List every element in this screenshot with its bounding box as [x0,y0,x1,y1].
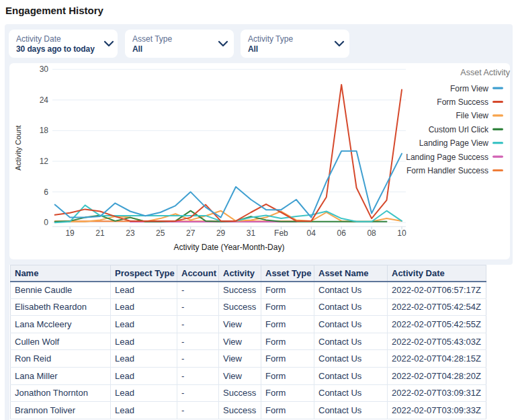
svg-text:Form Success: Form Success [437,97,488,107]
svg-text:6: 6 [44,187,48,197]
svg-text:23: 23 [126,228,135,238]
svg-text:27: 27 [186,228,196,238]
svg-text:04: 04 [307,228,316,238]
svg-text:Feb: Feb [274,228,288,238]
svg-text:Asset Activity: Asset Activity [460,68,510,77]
svg-text:0: 0 [44,218,48,227]
svg-text:19: 19 [65,228,75,238]
svg-text:24: 24 [40,95,49,105]
svg-text:12: 12 [40,157,49,166]
svg-text:06: 06 [337,228,347,238]
svg-text:Form View: Form View [450,84,488,93]
svg-text:File View: File View [456,111,489,120]
svg-text:10: 10 [397,228,406,238]
svg-text:29: 29 [216,228,226,238]
svg-text:08: 08 [367,228,376,238]
svg-text:21: 21 [95,228,105,238]
svg-text:Custom Url Click: Custom Url Click [429,125,489,134]
svg-text:Activity Count: Activity Count [14,125,22,170]
svg-text:Form Handler Success: Form Handler Success [406,166,488,175]
svg-text:Landing Page Success: Landing Page Success [406,153,488,162]
svg-text:25: 25 [156,228,165,238]
svg-text:30: 30 [40,65,49,74]
svg-text:31: 31 [247,228,256,238]
svg-text:Activity Date (Year-Month-Day): Activity Date (Year-Month-Day) [174,243,285,252]
svg-text:Landing Page View: Landing Page View [419,138,489,148]
svg-text:18: 18 [40,126,49,135]
